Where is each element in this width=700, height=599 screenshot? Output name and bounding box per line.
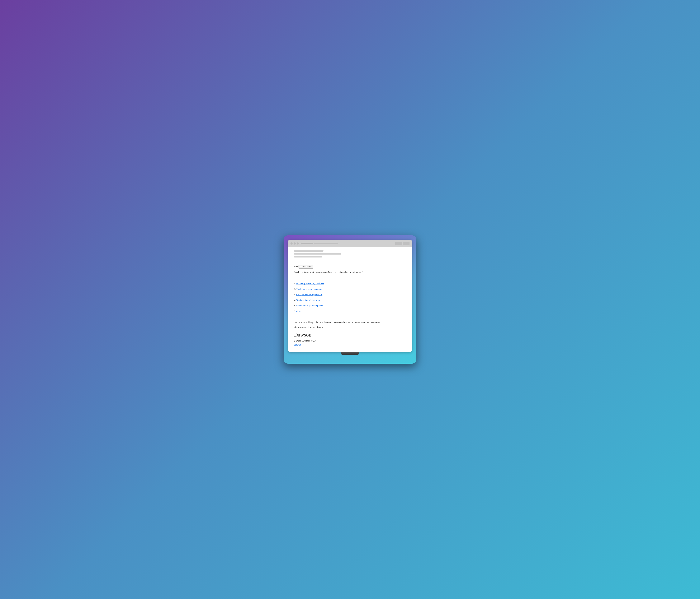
sender-name: Dawson Whitfield, CEO [294, 339, 406, 343]
option-3: 3. Can't perfect my logo design [294, 293, 406, 296]
option-1-link[interactable]: Not ready to start my business [296, 282, 324, 285]
greeting-suffix: , [314, 265, 314, 268]
option-4-link[interactable]: Too busy but will buy later [296, 299, 320, 301]
header-line-1 [294, 250, 324, 251]
option-5-link[interactable]: I used one of your competitors [296, 305, 324, 307]
option-6-link[interactable]: Other [296, 310, 302, 312]
divider-2: —— [294, 315, 406, 319]
tab-1[interactable] [301, 243, 313, 244]
option-4: 4. Too busy but will buy later [294, 298, 406, 302]
option-2-link[interactable]: The logos are too expensive [296, 288, 322, 290]
header-line-3 [294, 256, 322, 258]
option-6: 6. Other [294, 310, 406, 313]
traffic-lights [291, 242, 299, 244]
minimize-traffic-light[interactable] [294, 242, 296, 244]
divider-1: —— [294, 276, 406, 280]
question-text: Quick question - what's stopping you fro… [294, 271, 406, 274]
option-4-number: 4. [294, 299, 296, 301]
monitor-outer: Hey ⟷ First name , Quick question - what… [284, 235, 416, 364]
closing-text: Your answer will help point us in the ri… [294, 321, 406, 324]
option-6-number: 6. [294, 310, 296, 312]
option-2-number: 2. [294, 288, 296, 290]
header-line-2 [294, 253, 341, 255]
browser-btn-1[interactable] [395, 242, 402, 245]
firstname-arrows-icon: ⟷ [300, 265, 302, 268]
maximize-traffic-light[interactable] [297, 242, 299, 244]
email-body: Hey ⟷ First name , Quick question - what… [288, 261, 412, 352]
options-list: 1. Not ready to start my business 2. The… [294, 282, 406, 313]
firstname-tag: ⟷ First name [298, 265, 313, 268]
thanks-text: Thanks so much for your insight, [294, 326, 406, 329]
email-header-area [288, 247, 412, 261]
option-5: 5. I used one of your competitors [294, 304, 406, 308]
browser-btn-2[interactable] [403, 242, 409, 245]
signature-script: Dawson [294, 332, 406, 338]
tab-bar [301, 243, 394, 244]
browser-content: Hey ⟷ First name , Quick question - what… [288, 247, 412, 352]
browser-titlebar [288, 240, 412, 247]
browser-controls [395, 242, 409, 245]
option-2: 2. The logos are too expensive [294, 287, 406, 291]
monitor-base [341, 352, 359, 355]
greeting-prefix: Hey [294, 265, 298, 268]
option-3-link[interactable]: Can't perfect my logo design [296, 293, 322, 296]
greeting: Hey ⟷ First name , [294, 265, 406, 268]
firstname-tag-label: First name [303, 265, 312, 268]
option-1-number: 1. [294, 282, 296, 285]
option-1: 1. Not ready to start my business [294, 282, 406, 285]
browser-window: Hey ⟷ First name , Quick question - what… [288, 240, 412, 352]
sender-link: Logojoy [294, 343, 406, 346]
option-5-number: 5. [294, 305, 296, 307]
option-3-number: 3. [294, 293, 296, 296]
close-traffic-light[interactable] [291, 242, 293, 244]
sender-link-anchor[interactable]: Logojoy [294, 343, 301, 346]
address-bar[interactable] [314, 243, 338, 244]
